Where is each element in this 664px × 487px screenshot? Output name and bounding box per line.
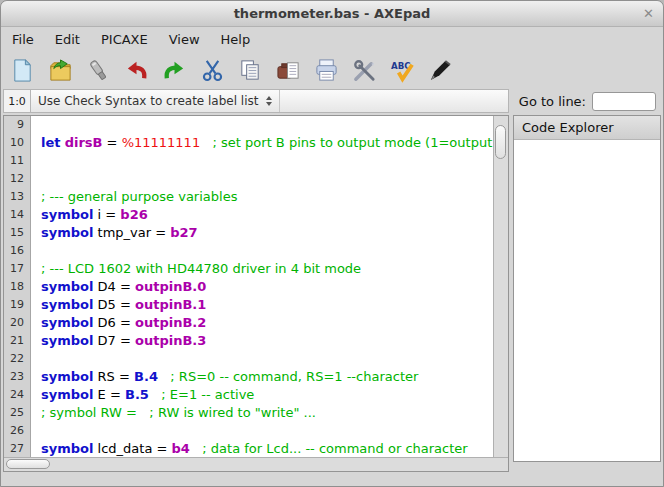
code-line[interactable]: 26 (4, 422, 493, 440)
spinner-arrows-icon (266, 96, 272, 106)
code-line[interactable]: 11 (4, 152, 493, 170)
code-line[interactable]: 12 (4, 170, 493, 188)
options-tools-icon[interactable] (350, 56, 378, 84)
code-line[interactable]: 16 (4, 242, 493, 260)
code-line-text: ; --- LCD 1602 with HD44780 driver in 4 … (31, 260, 493, 278)
label-bar: 1:0 Use Check Syntax to create label lis… (3, 89, 509, 113)
menu-bar: File Edit PICAXE View Help (1, 27, 663, 51)
code-line-text: symbol i = b26 (31, 206, 493, 224)
line-number: 9 (4, 116, 31, 134)
code-explorer-panel: Code Explorer (513, 115, 661, 462)
line-number: 18 (4, 278, 31, 296)
line-number: 19 (4, 296, 31, 314)
code-editor[interactable]: 910let dirsB = %11111111 ; set port B pi… (4, 116, 493, 457)
line-number: 12 (4, 170, 31, 188)
code-line-text (31, 242, 493, 260)
code-explorer-header: Code Explorer (514, 116, 660, 140)
vertical-scrollbar-thumb[interactable] (495, 125, 506, 159)
code-line-text (31, 170, 493, 188)
code-line-text: symbol tmp_var = b27 (31, 224, 493, 242)
menu-picaxe[interactable]: PICAXE (101, 32, 148, 47)
right-panel: Code Explorer (513, 115, 661, 462)
code-line[interactable]: 23symbol RS = B.4 ; RS=0 -- command, RS=… (4, 368, 493, 386)
code-explorer-title: Code Explorer (522, 120, 614, 135)
code-line[interactable]: 21symbol D7 = outpinB.3 (4, 332, 493, 350)
print-icon[interactable] (312, 56, 340, 84)
code-line[interactable]: 19symbol D5 = outpinB.1 (4, 296, 493, 314)
code-line-text: symbol RS = B.4 ; RS=0 -- command, RS=1 … (31, 368, 493, 386)
code-line-text: symbol D5 = outpinB.1 (31, 296, 493, 314)
line-number: 16 (4, 242, 31, 260)
line-number: 24 (4, 386, 31, 404)
code-explorer-body[interactable] (514, 140, 660, 461)
syntax-check-icon[interactable]: ABC (388, 56, 416, 84)
undo-icon[interactable] (122, 56, 150, 84)
title-bar: thermometer.bas - AXEpad ✕ (1, 1, 663, 27)
editor-frame: 910let dirsB = %11111111 ; set port B pi… (3, 115, 509, 472)
code-line-text (31, 350, 493, 368)
label-list-dropdown[interactable]: Use Check Syntax to create label list (31, 90, 280, 112)
line-number: 27 (4, 440, 31, 457)
code-line-text: symbol lcd_data = b4 ; data for Lcd... -… (31, 440, 493, 457)
label-list-text: Use Check Syntax to create label list (38, 94, 259, 108)
code-line[interactable]: 25; symbol RW = ; RW is wired to "write"… (4, 404, 493, 422)
code-line-text: symbol E = B.5 ; E=1 -- active (31, 386, 493, 404)
line-number: 11 (4, 152, 31, 170)
code-line-text: let dirsB = %11111111 ; set port B pins … (31, 134, 493, 152)
redo-icon[interactable] (160, 56, 188, 84)
menu-file[interactable]: File (12, 32, 34, 47)
axepad-window: thermometer.bas - AXEpad ✕ File Edit PIC… (0, 0, 664, 487)
code-line-text: symbol D7 = outpinB.3 (31, 332, 493, 350)
line-number: 22 (4, 350, 31, 368)
line-number: 20 (4, 314, 31, 332)
paste-icon[interactable] (274, 56, 302, 84)
program-stylus-icon[interactable] (426, 56, 454, 84)
main-content: 910let dirsB = %11111111 ; set port B pi… (1, 113, 663, 472)
menu-view[interactable]: View (169, 32, 200, 47)
code-line-text (31, 116, 493, 134)
code-line[interactable]: 27symbol lcd_data = b4 ; data for Lcd...… (4, 440, 493, 457)
line-number: 15 (4, 224, 31, 242)
copy-icon[interactable] (236, 56, 264, 84)
code-line[interactable]: 24symbol E = B.5 ; E=1 -- active (4, 386, 493, 404)
code-line[interactable]: 22 (4, 350, 493, 368)
code-line[interactable]: 15symbol tmp_var = b27 (4, 224, 493, 242)
code-line-text (31, 422, 493, 440)
horizontal-scrollbar-thumb[interactable] (6, 459, 50, 469)
code-line-text: ; --- general purpose variables (31, 188, 493, 206)
menu-help[interactable]: Help (221, 32, 251, 47)
menu-edit[interactable]: Edit (55, 32, 80, 47)
cut-icon[interactable] (198, 56, 226, 84)
nav-row: 1:0 Use Check Syntax to create label lis… (1, 89, 663, 113)
code-line[interactable]: 20symbol D6 = outpinB.2 (4, 314, 493, 332)
code-line-text: symbol D6 = outpinB.2 (31, 314, 493, 332)
code-line[interactable]: 17; --- LCD 1602 with HD44780 driver in … (4, 260, 493, 278)
horizontal-scrollbar[interactable] (4, 457, 508, 471)
new-file-icon[interactable] (8, 56, 36, 84)
code-line[interactable]: 18symbol D4 = outpinB.0 (4, 278, 493, 296)
line-number: 26 (4, 422, 31, 440)
line-number: 10 (4, 134, 31, 152)
toolbar: ABC (1, 51, 663, 89)
line-number: 17 (4, 260, 31, 278)
cursor-position: 1:0 (4, 90, 31, 112)
open-folder-icon[interactable] (46, 56, 74, 84)
line-number: 21 (4, 332, 31, 350)
vertical-scrollbar[interactable] (493, 116, 508, 457)
code-line-text: ; symbol RW = ; RW is wired to "write" .… (31, 404, 493, 422)
goto-line-input[interactable] (592, 92, 656, 111)
code-line[interactable]: 13; --- general purpose variables (4, 188, 493, 206)
code-line-text: symbol D4 = outpinB.0 (31, 278, 493, 296)
code-line-text (31, 152, 493, 170)
close-icon[interactable]: ✕ (643, 6, 654, 21)
line-number: 23 (4, 368, 31, 386)
goto-line-label: Go to line: (519, 94, 586, 109)
save-usb-icon[interactable] (84, 56, 112, 84)
line-number: 13 (4, 188, 31, 206)
code-line[interactable]: 9 (4, 116, 493, 134)
code-line[interactable]: 14symbol i = b26 (4, 206, 493, 224)
code-line[interactable]: 10let dirsB = %11111111 ; set port B pin… (4, 134, 493, 152)
window-title: thermometer.bas - AXEpad (234, 6, 431, 21)
line-number: 14 (4, 206, 31, 224)
line-number: 25 (4, 404, 31, 422)
